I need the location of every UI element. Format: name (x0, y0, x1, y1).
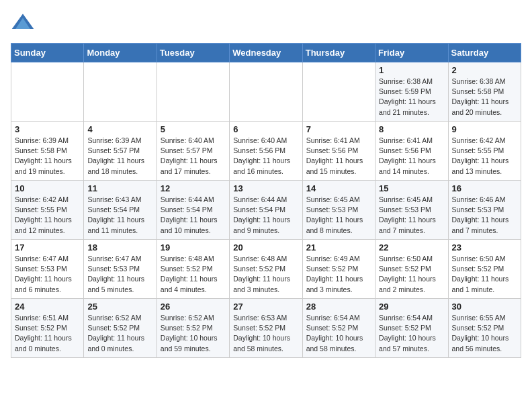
cell-content: Sunrise: 6:45 AM Sunset: 5:53 PM Dayligh… (306, 195, 371, 236)
cell-content: Sunrise: 6:45 AM Sunset: 5:53 PM Dayligh… (379, 195, 444, 236)
calendar-cell: 18Sunrise: 6:47 AM Sunset: 5:53 PM Dayli… (84, 240, 157, 299)
calendar-week-3: 10Sunrise: 6:42 AM Sunset: 5:55 PM Dayli… (11, 181, 521, 240)
cell-content: Sunrise: 6:50 AM Sunset: 5:52 PM Dayligh… (379, 254, 444, 295)
day-number: 5 (161, 124, 226, 134)
calendar-week-1: 1Sunrise: 6:38 AM Sunset: 5:59 PM Daylig… (11, 62, 521, 122)
calendar-cell: 9Sunrise: 6:42 AM Sunset: 5:55 PM Daylig… (448, 122, 521, 181)
cell-content: Sunrise: 6:38 AM Sunset: 5:59 PM Dayligh… (379, 77, 444, 118)
day-number: 9 (452, 124, 517, 134)
day-number: 16 (452, 183, 517, 193)
calendar-cell: 2Sunrise: 6:38 AM Sunset: 5:58 PM Daylig… (448, 62, 521, 122)
day-number: 1 (379, 65, 444, 75)
cell-content: Sunrise: 6:41 AM Sunset: 5:56 PM Dayligh… (306, 136, 371, 177)
cell-content: Sunrise: 6:54 AM Sunset: 5:52 PM Dayligh… (379, 313, 444, 354)
cell-content: Sunrise: 6:44 AM Sunset: 5:54 PM Dayligh… (233, 195, 298, 236)
day-number: 4 (87, 124, 152, 134)
cell-content: Sunrise: 6:39 AM Sunset: 5:58 PM Dayligh… (15, 136, 80, 177)
col-header-tuesday: Tuesday (157, 44, 229, 62)
day-number: 3 (15, 124, 80, 134)
col-header-saturday: Saturday (448, 44, 521, 62)
calendar-cell: 16Sunrise: 6:46 AM Sunset: 5:53 PM Dayli… (448, 181, 521, 240)
calendar-cell (302, 62, 375, 122)
calendar-cell: 25Sunrise: 6:52 AM Sunset: 5:52 PM Dayli… (84, 299, 157, 358)
calendar-table: SundayMondayTuesdayWednesdayThursdayFrid… (11, 43, 521, 358)
day-number: 7 (306, 124, 371, 134)
calendar-cell (157, 62, 229, 122)
calendar-cell: 26Sunrise: 6:52 AM Sunset: 5:52 PM Dayli… (157, 299, 229, 358)
cell-content: Sunrise: 6:50 AM Sunset: 5:52 PM Dayligh… (452, 254, 517, 295)
calendar-week-4: 17Sunrise: 6:47 AM Sunset: 5:53 PM Dayli… (11, 240, 521, 299)
day-number: 13 (233, 183, 298, 193)
day-number: 10 (15, 183, 80, 193)
calendar-cell: 8Sunrise: 6:41 AM Sunset: 5:56 PM Daylig… (375, 122, 448, 181)
day-number: 21 (306, 242, 371, 253)
cell-content: Sunrise: 6:42 AM Sunset: 5:55 PM Dayligh… (15, 195, 80, 236)
day-number: 19 (161, 242, 226, 253)
calendar-cell: 5Sunrise: 6:40 AM Sunset: 5:57 PM Daylig… (157, 122, 229, 181)
cell-content: Sunrise: 6:48 AM Sunset: 5:52 PM Dayligh… (161, 254, 226, 295)
calendar-cell: 12Sunrise: 6:44 AM Sunset: 5:54 PM Dayli… (157, 181, 229, 240)
calendar-cell: 4Sunrise: 6:39 AM Sunset: 5:57 PM Daylig… (84, 122, 157, 181)
cell-content: Sunrise: 6:40 AM Sunset: 5:56 PM Dayligh… (233, 136, 298, 177)
calendar-cell: 22Sunrise: 6:50 AM Sunset: 5:52 PM Dayli… (375, 240, 448, 299)
col-header-thursday: Thursday (302, 44, 375, 62)
col-header-wednesday: Wednesday (230, 44, 302, 62)
calendar-cell (84, 62, 157, 122)
day-number: 12 (161, 183, 226, 193)
day-number: 17 (15, 242, 80, 253)
col-header-friday: Friday (375, 44, 448, 62)
calendar-week-5: 24Sunrise: 6:51 AM Sunset: 5:52 PM Dayli… (11, 299, 521, 358)
day-number: 27 (233, 302, 298, 312)
cell-content: Sunrise: 6:40 AM Sunset: 5:57 PM Dayligh… (161, 136, 226, 177)
calendar-cell: 15Sunrise: 6:45 AM Sunset: 5:53 PM Dayli… (375, 181, 448, 240)
calendar-cell: 14Sunrise: 6:45 AM Sunset: 5:53 PM Dayli… (302, 181, 375, 240)
day-number: 8 (379, 124, 444, 134)
day-number: 14 (306, 183, 371, 193)
calendar-cell: 19Sunrise: 6:48 AM Sunset: 5:52 PM Dayli… (157, 240, 229, 299)
calendar-cell (230, 62, 302, 122)
calendar-cell (11, 62, 84, 122)
page-header (11, 11, 521, 35)
cell-content: Sunrise: 6:41 AM Sunset: 5:56 PM Dayligh… (379, 136, 444, 177)
day-number: 23 (452, 242, 517, 253)
cell-content: Sunrise: 6:51 AM Sunset: 5:52 PM Dayligh… (15, 313, 80, 354)
calendar-week-2: 3Sunrise: 6:39 AM Sunset: 5:58 PM Daylig… (11, 122, 521, 181)
cell-content: Sunrise: 6:39 AM Sunset: 5:57 PM Dayligh… (87, 136, 152, 177)
col-header-monday: Monday (84, 44, 157, 62)
day-number: 2 (452, 65, 517, 75)
day-number: 18 (87, 242, 152, 253)
calendar-cell: 6Sunrise: 6:40 AM Sunset: 5:56 PM Daylig… (230, 122, 302, 181)
logo-icon (11, 11, 35, 35)
cell-content: Sunrise: 6:53 AM Sunset: 5:52 PM Dayligh… (233, 313, 298, 354)
cell-content: Sunrise: 6:52 AM Sunset: 5:52 PM Dayligh… (87, 313, 152, 354)
calendar-cell: 11Sunrise: 6:43 AM Sunset: 5:54 PM Dayli… (84, 181, 157, 240)
col-header-sunday: Sunday (11, 44, 84, 62)
day-number: 28 (306, 302, 371, 312)
day-number: 15 (379, 183, 444, 193)
cell-content: Sunrise: 6:55 AM Sunset: 5:52 PM Dayligh… (452, 313, 517, 354)
calendar-cell: 7Sunrise: 6:41 AM Sunset: 5:56 PM Daylig… (302, 122, 375, 181)
cell-content: Sunrise: 6:54 AM Sunset: 5:52 PM Dayligh… (306, 313, 371, 354)
cell-content: Sunrise: 6:47 AM Sunset: 5:53 PM Dayligh… (87, 254, 152, 295)
day-number: 24 (15, 302, 80, 312)
day-number: 25 (87, 302, 152, 312)
calendar-cell: 24Sunrise: 6:51 AM Sunset: 5:52 PM Dayli… (11, 299, 84, 358)
calendar-cell: 21Sunrise: 6:49 AM Sunset: 5:52 PM Dayli… (302, 240, 375, 299)
cell-content: Sunrise: 6:48 AM Sunset: 5:52 PM Dayligh… (233, 254, 298, 295)
calendar-cell: 20Sunrise: 6:48 AM Sunset: 5:52 PM Dayli… (230, 240, 302, 299)
cell-content: Sunrise: 6:43 AM Sunset: 5:54 PM Dayligh… (87, 195, 152, 236)
day-number: 20 (233, 242, 298, 253)
calendar-cell: 1Sunrise: 6:38 AM Sunset: 5:59 PM Daylig… (375, 62, 448, 122)
cell-content: Sunrise: 6:46 AM Sunset: 5:53 PM Dayligh… (452, 195, 517, 236)
cell-content: Sunrise: 6:44 AM Sunset: 5:54 PM Dayligh… (161, 195, 226, 236)
day-number: 30 (452, 302, 517, 312)
day-number: 29 (379, 302, 444, 312)
calendar-cell: 27Sunrise: 6:53 AM Sunset: 5:52 PM Dayli… (230, 299, 302, 358)
cell-content: Sunrise: 6:38 AM Sunset: 5:58 PM Dayligh… (452, 77, 517, 118)
cell-content: Sunrise: 6:47 AM Sunset: 5:53 PM Dayligh… (15, 254, 80, 295)
calendar-cell: 28Sunrise: 6:54 AM Sunset: 5:52 PM Dayli… (302, 299, 375, 358)
calendar-cell: 17Sunrise: 6:47 AM Sunset: 5:53 PM Dayli… (11, 240, 84, 299)
calendar-cell: 3Sunrise: 6:39 AM Sunset: 5:58 PM Daylig… (11, 122, 84, 181)
cell-content: Sunrise: 6:49 AM Sunset: 5:52 PM Dayligh… (306, 254, 371, 295)
calendar-cell: 23Sunrise: 6:50 AM Sunset: 5:52 PM Dayli… (448, 240, 521, 299)
